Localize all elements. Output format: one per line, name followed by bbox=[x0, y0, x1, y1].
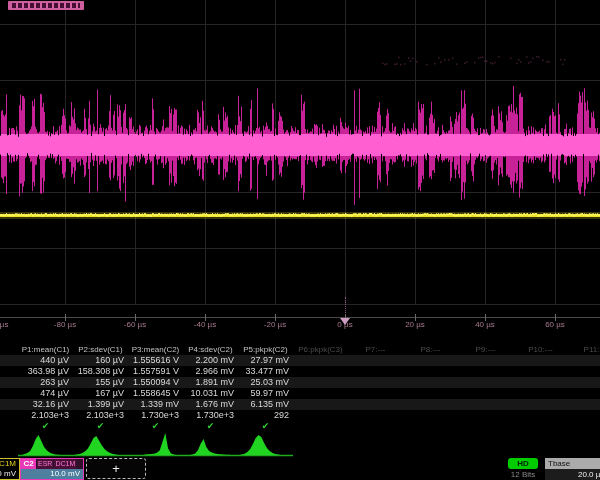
measurement-value bbox=[293, 399, 348, 410]
c2-scale-value: 10.0 mV bbox=[21, 469, 83, 479]
measurement-status-check bbox=[513, 421, 568, 432]
measurement-value bbox=[348, 366, 403, 377]
measurement-value bbox=[348, 388, 403, 399]
measurement-value: 27.97 mV bbox=[238, 355, 293, 366]
time-axis-line bbox=[0, 317, 600, 318]
measurement-header[interactable]: P11:--- bbox=[568, 344, 600, 355]
waveform-traces[interactable] bbox=[0, 0, 600, 332]
measurement-header[interactable]: P5:pkpk(C2) bbox=[238, 344, 293, 355]
measurement-header[interactable]: P1:mean(C1) bbox=[18, 344, 73, 355]
measurement-value bbox=[513, 355, 568, 366]
measurement-value: 155 µV bbox=[73, 377, 128, 388]
measurement-value bbox=[293, 388, 348, 399]
measurement-header[interactable]: P9:--- bbox=[458, 344, 513, 355]
oscilloscope-screen: -100 µs-80 µs-60 µs-40 µs-20 µs0 µs20 µs… bbox=[0, 0, 600, 480]
measurement-status-check bbox=[348, 421, 403, 432]
measurement-status-check: ✔ bbox=[183, 421, 238, 432]
measurement-value bbox=[348, 377, 403, 388]
measurement-value: 474 µV bbox=[18, 388, 73, 399]
channel-c1-descriptor[interactable]: DC1M 10.0 mV bbox=[0, 458, 20, 480]
c1-scale-value: 10.0 mV bbox=[0, 469, 19, 479]
measurement-status-check bbox=[293, 421, 348, 432]
measurement-value bbox=[513, 410, 568, 421]
measurement-value: 1.891 mV bbox=[183, 377, 238, 388]
measurement-value bbox=[403, 377, 458, 388]
measurement-value: 363.98 µV bbox=[18, 366, 73, 377]
measurement-histicon[interactable] bbox=[183, 433, 238, 457]
timebase-descriptor[interactable]: Tbase 20.0 µs bbox=[545, 458, 600, 480]
measurement-value: 1.676 mV bbox=[183, 399, 238, 410]
measurement-value: 2.200 mV bbox=[183, 355, 238, 366]
time-tick-label: 60 µs bbox=[545, 320, 565, 329]
measurement-value bbox=[568, 410, 600, 421]
measurement-header[interactable]: P7:--- bbox=[348, 344, 403, 355]
c2-channel-badge: C2 bbox=[21, 459, 36, 469]
measurement-value: 10.031 mV bbox=[183, 388, 238, 399]
measurement-histicon[interactable] bbox=[73, 433, 128, 457]
measurement-value: 1.339 mV bbox=[128, 399, 183, 410]
descriptor-bar: DC1M 10.0 mV C2 ESR DC1M 10.0 mV + HD 12… bbox=[0, 458, 600, 480]
measurement-value: 25.03 mV bbox=[238, 377, 293, 388]
measurement-value bbox=[568, 377, 600, 388]
measurement-value: 2.103e+3 bbox=[73, 410, 128, 421]
measurement-value bbox=[458, 366, 513, 377]
measurement-value bbox=[403, 366, 458, 377]
measurement-header[interactable]: P2:sdev(C1) bbox=[73, 344, 128, 355]
measurement-histicon[interactable] bbox=[18, 433, 73, 457]
trigger-position-line bbox=[345, 297, 346, 317]
measurement-value bbox=[513, 366, 568, 377]
measurement-status-check: ✔ bbox=[238, 421, 293, 432]
measurement-value: 167 µV bbox=[73, 388, 128, 399]
measurement-value: 440 µV bbox=[18, 355, 73, 366]
measurement-value: 160 µV bbox=[73, 355, 128, 366]
c2-bandwidth-tag: ESR bbox=[37, 459, 53, 469]
measurement-header[interactable]: P6:pkpk(C3) bbox=[293, 344, 348, 355]
measurement-value: 1.557591 V bbox=[128, 366, 183, 377]
measurement-status-check: ✔ bbox=[128, 421, 183, 432]
measurement-histicon[interactable] bbox=[238, 433, 293, 457]
c2-offscreen-trace-indicator bbox=[8, 1, 84, 10]
time-tick-label: -100 µs bbox=[0, 320, 8, 329]
measurement-header[interactable]: P10:--- bbox=[513, 344, 568, 355]
measurement-value bbox=[568, 399, 600, 410]
measurement-status-check: ✔ bbox=[18, 421, 73, 432]
measurement-value: 1.555616 V bbox=[128, 355, 183, 366]
measurement-value bbox=[513, 377, 568, 388]
measurement-value: 292 bbox=[238, 410, 293, 421]
measurement-status-check bbox=[458, 421, 513, 432]
measurement-value bbox=[458, 388, 513, 399]
measurement-header[interactable]: P8:--- bbox=[403, 344, 458, 355]
measurement-value bbox=[458, 399, 513, 410]
measurement-value bbox=[293, 377, 348, 388]
measurement-value: 2.103e+3 bbox=[18, 410, 73, 421]
measurement-value: 1.399 µV bbox=[73, 399, 128, 410]
waveform-display[interactable]: -100 µs-80 µs-60 µs-40 µs-20 µs0 µs20 µs… bbox=[0, 0, 600, 332]
trigger-position-marker[interactable] bbox=[340, 318, 350, 325]
measurement-header[interactable]: P3:mean(C2) bbox=[128, 344, 183, 355]
time-tick-label: -40 µs bbox=[194, 320, 216, 329]
c1-coupling-label: DC1M bbox=[0, 459, 19, 469]
hd-mode-badge[interactable]: HD bbox=[508, 458, 538, 469]
measurement-value bbox=[293, 355, 348, 366]
measurement-value bbox=[403, 355, 458, 366]
measurement-status-check: ✔ bbox=[73, 421, 128, 432]
channel-c2-descriptor[interactable]: C2 ESR DC1M 10.0 mV bbox=[20, 458, 84, 480]
measurement-value bbox=[458, 410, 513, 421]
measurement-status-check bbox=[568, 421, 600, 432]
indicator-illegible-text bbox=[12, 3, 80, 8]
add-trace-button[interactable]: + bbox=[86, 458, 146, 479]
measurement-value bbox=[403, 399, 458, 410]
measurement-value: 1.730e+3 bbox=[183, 410, 238, 421]
measurement-header[interactable]: P4:sdev(C2) bbox=[183, 344, 238, 355]
measurement-value bbox=[348, 399, 403, 410]
measurement-status-check bbox=[403, 421, 458, 432]
measurement-value bbox=[293, 366, 348, 377]
measurement-value bbox=[568, 366, 600, 377]
measurement-value bbox=[513, 399, 568, 410]
timebase-title: Tbase bbox=[545, 458, 600, 469]
measurement-value: 2.966 mV bbox=[183, 366, 238, 377]
time-tick-label: 40 µs bbox=[475, 320, 495, 329]
measurement-histicon[interactable] bbox=[128, 433, 183, 457]
measurement-value bbox=[458, 377, 513, 388]
measurement-histicons bbox=[18, 433, 293, 457]
